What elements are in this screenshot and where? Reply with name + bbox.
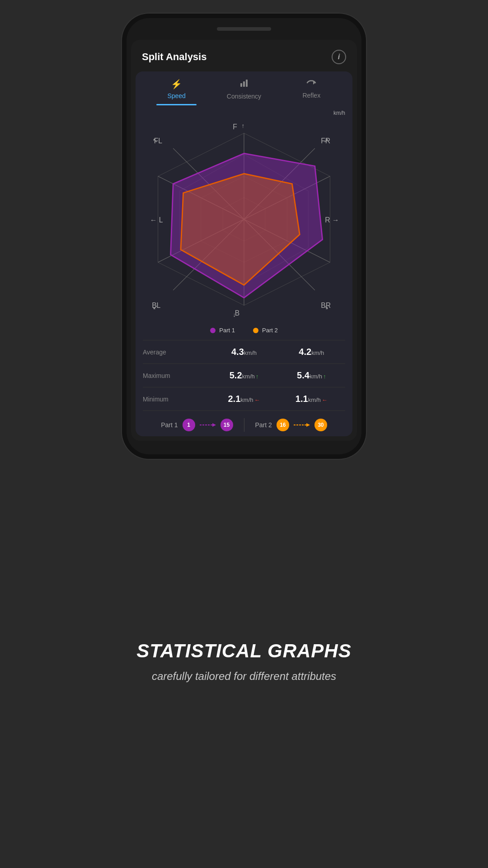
- tab-bar: ⚡ Speed Consistency: [136, 71, 352, 105]
- stat-value-maximum-p2: 5.4km/h↑: [278, 370, 345, 381]
- svg-text:↙: ↙: [153, 304, 158, 311]
- part1-start-badge[interactable]: 1: [183, 419, 195, 431]
- legend-label-part2: Part 2: [262, 327, 278, 334]
- part2-start-badge[interactable]: 16: [277, 419, 289, 431]
- stat-value-minimum-p1: 2.1km/h←: [210, 394, 277, 404]
- arrow-left-icon: ←: [254, 396, 260, 403]
- stat-label-average: Average: [143, 349, 210, 356]
- phone-notch: [217, 27, 271, 31]
- header: Split Analysis i: [131, 40, 357, 71]
- svg-text:↗: ↗: [324, 137, 328, 144]
- part2-label: Part 2: [255, 421, 272, 429]
- speed-icon: ⚡: [171, 79, 182, 90]
- bottom-title: STATISTICAL GRAPHS: [136, 640, 351, 662]
- svg-text:↖: ↖: [153, 137, 158, 144]
- app-container: Split Analysis i ⚡ Speed: [131, 40, 357, 441]
- svg-text:↓: ↓: [233, 311, 236, 318]
- svg-text:↑: ↑: [241, 123, 244, 129]
- legend-dot-part2: [253, 328, 258, 333]
- bottom-subtitle: carefully tailored for different attribu…: [152, 670, 336, 683]
- legend-part2: Part 2: [253, 327, 278, 334]
- stat-value-maximum-p1: 5.2km/h↑: [210, 370, 277, 381]
- stat-label-minimum: Minimum: [143, 396, 210, 403]
- part1-group: Part 1 1 15: [161, 419, 233, 431]
- phone-frame: Split Analysis i ⚡ Speed: [127, 18, 361, 454]
- stat-value-minimum-p2: 1.1km/h←: [278, 394, 345, 404]
- svg-rect-0: [240, 83, 242, 87]
- svg-text:← L: ← L: [150, 216, 163, 224]
- part1-end-badge[interactable]: 15: [221, 419, 233, 431]
- tab-consistency-label: Consistency: [227, 93, 261, 100]
- unit-label: km/h: [143, 110, 345, 116]
- svg-rect-2: [246, 80, 248, 87]
- arrow-up-icon-2: ↑: [323, 373, 326, 380]
- radar-chart: FL F FR ← L R → BL B BR ↑ ↓ ↗ ↘ ↖: [143, 118, 345, 321]
- page-title: Split Analysis: [142, 51, 206, 63]
- legend-part1: Part 1: [210, 327, 235, 334]
- stat-value-average-p2: 4.2km/h: [278, 347, 345, 357]
- tab-consistency[interactable]: Consistency: [210, 79, 277, 105]
- stat-label-maximum: Maximum: [143, 372, 210, 379]
- bottom-section: STATISTICAL GRAPHS carefully tailored fo…: [118, 454, 369, 868]
- chart-legend: Part 1 Part 2: [136, 322, 352, 340]
- legend-dot-part1: [210, 328, 216, 333]
- svg-text:R →: R →: [325, 216, 339, 224]
- svg-text:F: F: [233, 123, 237, 131]
- reflex-icon: [306, 79, 316, 89]
- part2-arrow: [294, 422, 310, 428]
- svg-text:↘: ↘: [324, 304, 328, 311]
- tab-reflex[interactable]: Reflex: [278, 79, 345, 105]
- part1-arrow: [200, 422, 216, 428]
- arrow-up-icon: ↑: [256, 373, 259, 380]
- svg-marker-37: [306, 423, 310, 427]
- part-selector: Part 1 1 15: [136, 411, 352, 436]
- info-button[interactable]: i: [332, 50, 346, 64]
- tab-reflex-label: Reflex: [302, 92, 320, 99]
- analysis-card: ⚡ Speed Consistency: [136, 71, 352, 436]
- svg-rect-1: [243, 81, 245, 87]
- part1-label: Part 1: [161, 421, 178, 429]
- tab-speed-label: Speed: [167, 92, 185, 99]
- parts-divider: [244, 418, 244, 432]
- part2-end-badge[interactable]: 30: [314, 419, 327, 431]
- stats-table: Average 4.3km/h 4.2km/h Maximum 5.2km/h↑: [136, 340, 352, 410]
- legend-label-part1: Part 1: [219, 327, 235, 334]
- arrow-left-icon-2: ←: [322, 396, 328, 403]
- radar-container: km/h: [136, 105, 352, 322]
- consistency-icon: [239, 79, 249, 90]
- part2-group: Part 2 16 30: [255, 419, 327, 431]
- stat-row-minimum: Minimum 2.1km/h← 1.1km/h←: [143, 387, 345, 410]
- stat-value-average-p1: 4.3km/h: [210, 347, 277, 357]
- stat-row-maximum: Maximum 5.2km/h↑ 5.4km/h↑: [143, 364, 345, 387]
- tab-speed[interactable]: ⚡ Speed: [143, 79, 210, 105]
- stat-row-average: Average 4.3km/h 4.2km/h: [143, 340, 345, 364]
- svg-marker-35: [212, 423, 216, 427]
